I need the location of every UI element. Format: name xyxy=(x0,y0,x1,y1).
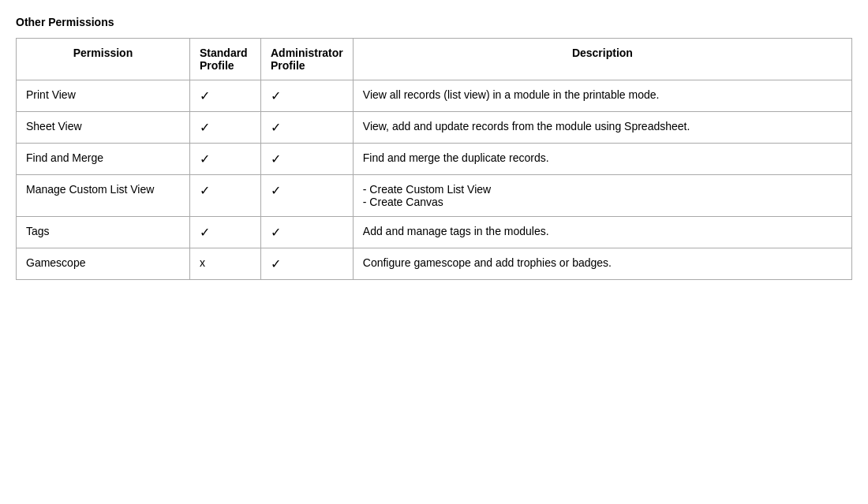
check-mark: ✓ xyxy=(271,152,281,166)
table-row: Sheet View✓✓View, add and update records… xyxy=(17,112,852,144)
cell-standard: ✓ xyxy=(190,80,261,112)
header-admin: Administrator Profile xyxy=(261,39,354,80)
check-mark: ✓ xyxy=(200,152,210,166)
cell-description: Add and manage tags in the modules. xyxy=(353,217,851,248)
table-row: Print View✓✓View all records (list view)… xyxy=(17,80,852,112)
section-title: Other Permissions xyxy=(16,16,852,28)
header-permission: Permission xyxy=(17,39,190,80)
cell-permission: Tags xyxy=(17,217,190,248)
header-standard: Standard Profile xyxy=(190,39,261,80)
cell-standard: ✓ xyxy=(190,217,261,248)
table-row: Manage Custom List View✓✓Create Custom L… xyxy=(17,175,852,217)
cell-permission: Find and Merge xyxy=(17,144,190,175)
description-list: Create Custom List ViewCreate Canvas xyxy=(363,183,842,208)
check-mark: ✓ xyxy=(271,257,281,271)
cell-description: View all records (list view) in a module… xyxy=(353,80,851,112)
description-list-item: Create Canvas xyxy=(363,196,842,208)
check-mark: ✓ xyxy=(271,89,281,103)
x-mark: x xyxy=(200,256,205,269)
table-row: Gamescopex✓Configure gamescope and add t… xyxy=(17,248,852,280)
check-mark: ✓ xyxy=(200,226,210,239)
table-row: Tags✓✓Add and manage tags in the modules… xyxy=(17,217,852,248)
table-row: Find and Merge✓✓Find and merge the dupli… xyxy=(17,144,852,175)
cell-admin: ✓ xyxy=(261,112,354,144)
check-mark: ✓ xyxy=(200,121,210,134)
cell-admin: ✓ xyxy=(261,217,354,248)
cell-admin: ✓ xyxy=(261,248,354,280)
header-description: Description xyxy=(353,39,851,80)
cell-description: Configure gamescope and add trophies or … xyxy=(353,248,851,280)
cell-standard: ✓ xyxy=(190,144,261,175)
cell-admin: ✓ xyxy=(261,144,354,175)
check-mark: ✓ xyxy=(271,184,281,197)
cell-standard: ✓ xyxy=(190,112,261,144)
check-mark: ✓ xyxy=(200,184,210,197)
cell-standard: x xyxy=(190,248,261,280)
cell-description: Create Custom List ViewCreate Canvas xyxy=(353,175,851,217)
description-list-item: Create Custom List View xyxy=(363,183,842,196)
cell-permission: Sheet View xyxy=(17,112,190,144)
cell-permission: Gamescope xyxy=(17,248,190,280)
cell-admin: ✓ xyxy=(261,175,354,217)
cell-description: View, add and update records from the mo… xyxy=(353,112,851,144)
permissions-table: Permission Standard Profile Administrato… xyxy=(16,38,852,280)
check-mark: ✓ xyxy=(271,226,281,239)
cell-description: Find and merge the duplicate records. xyxy=(353,144,851,175)
cell-permission: Manage Custom List View xyxy=(17,175,190,217)
cell-admin: ✓ xyxy=(261,80,354,112)
table-header-row: Permission Standard Profile Administrato… xyxy=(17,39,852,80)
cell-permission: Print View xyxy=(17,80,190,112)
check-mark: ✓ xyxy=(271,121,281,134)
check-mark: ✓ xyxy=(200,89,210,103)
cell-standard: ✓ xyxy=(190,175,261,217)
